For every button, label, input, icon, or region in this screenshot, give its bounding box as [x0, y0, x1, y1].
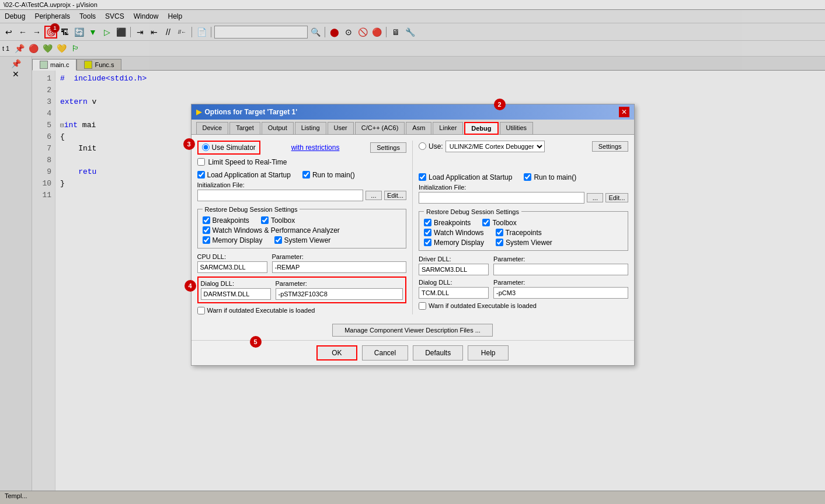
watch-windows-right-cb[interactable]: [424, 229, 431, 236]
restore-row3-left: Memory Display System Viewer: [203, 236, 402, 244]
memory-display-left-cb[interactable]: [203, 236, 210, 244]
limit-speed-checkbox[interactable]: [197, 158, 205, 166]
cpu-param-label: Parameter:: [272, 253, 304, 260]
system-viewer-right-label: System Viewer: [506, 239, 552, 247]
dialog-dll-input-right[interactable]: [419, 287, 489, 299]
memory-display-left: Memory Display: [203, 236, 263, 244]
dialog-tab-user[interactable]: User: [328, 122, 354, 134]
dialog-param-input-right[interactable]: [493, 287, 628, 299]
step3-badge: 3: [183, 138, 195, 150]
driver-dll-input[interactable]: [419, 264, 489, 275]
driver-dll-section: Driver DLL: Parameter:: [419, 256, 628, 275]
breakpoints-right-cb[interactable]: [424, 219, 431, 226]
toolbox-right-cb[interactable]: [482, 219, 490, 226]
driver-param-input[interactable]: [493, 264, 628, 275]
run-to-main-left-label: Run to main(): [312, 171, 355, 179]
system-viewer-right-cb[interactable]: [496, 239, 503, 246]
dialog-dll-input-left[interactable]: [201, 288, 271, 300]
system-viewer-right: System Viewer: [496, 239, 552, 247]
driver-dll-labels: Driver DLL: Parameter:: [419, 256, 628, 262]
restore-row3-right: Memory Display System Viewer: [424, 239, 623, 247]
dialog-tab-listing[interactable]: Listing: [295, 122, 326, 134]
cpu-dll-input[interactable]: [197, 261, 267, 273]
cpu-param-input[interactable]: [272, 261, 407, 273]
warn-left-cb[interactable]: [197, 307, 205, 314]
watch-windows-left-cb[interactable]: [203, 226, 210, 234]
init-browse-right[interactable]: ...: [587, 193, 603, 202]
ok-btn[interactable]: OK: [316, 345, 357, 360]
dialog-tab-debug[interactable]: Debug: [464, 122, 498, 135]
dialog-tab-linker[interactable]: Linker: [433, 122, 463, 134]
load-app-right: Load Application at Startup: [419, 173, 512, 181]
use-debugger-radio[interactable]: [419, 142, 426, 150]
driver-param-label: Parameter:: [493, 256, 525, 262]
simulator-row: 3 Use Simulator with restrictions Settin…: [197, 141, 407, 155]
load-app-left-label: Load Application at Startup: [207, 171, 291, 179]
breakpoints-left-label: Breakpoints: [213, 216, 249, 225]
load-app-right-cb[interactable]: [419, 173, 426, 181]
system-viewer-left-label: System Viewer: [284, 236, 331, 244]
init-file-input-left[interactable]: [197, 190, 363, 201]
system-viewer-left-cb[interactable]: [274, 236, 282, 244]
toolbox-left-cb[interactable]: [261, 216, 269, 224]
toolbox-left: Toolbox: [261, 216, 295, 225]
dialog-dll-label-right: Dialog DLL:: [419, 279, 489, 286]
init-edit-left[interactable]: Edit...: [384, 191, 406, 200]
warn-row-right: Warn if outdated Executable is loaded: [419, 302, 628, 310]
dialog-dll-section-right: Dialog DLL: Parameter:: [419, 279, 628, 299]
init-file-input-row-right: ... Edit...: [419, 192, 628, 204]
step2-badge: 2: [494, 99, 506, 110]
with-restrictions-link[interactable]: with restrictions: [291, 144, 340, 152]
dialog-tab-asm[interactable]: Asm: [406, 122, 431, 134]
cancel-btn[interactable]: Cancel: [362, 345, 408, 360]
memory-display-left-label: Memory Display: [213, 236, 263, 244]
defaults-btn[interactable]: Defaults: [413, 345, 463, 360]
dialog: 2 ▶ Options for Target 'Target 1' ✕ Devi…: [191, 104, 635, 366]
load-run-row-right: Load Application at Startup Run to main(…: [419, 173, 628, 181]
right-settings-btn[interactable]: Settings: [592, 141, 628, 152]
use-radio-group: Use: ULINK2/ME Cortex Debugger: [419, 141, 545, 152]
dialog-right-col: Use: ULINK2/ME Cortex Debugger Settings: [419, 141, 628, 314]
init-file-left: Initialization File: ... Edit...: [197, 181, 407, 201]
watch-windows-right: Watch Windows: [424, 229, 484, 237]
warn-row-left: Warn if outdated Executable is loaded: [197, 307, 407, 314]
dialog-tab-device[interactable]: Device: [196, 122, 229, 134]
dialog-dll-label-left: Dialog DLL:: [201, 280, 271, 287]
debugger-select[interactable]: ULINK2/ME Cortex Debugger: [445, 141, 545, 152]
init-browse-left[interactable]: ...: [365, 191, 382, 200]
use-debugger-row: Use: ULINK2/ME Cortex Debugger Settings: [419, 141, 628, 152]
dialog-tab-target[interactable]: Target: [229, 122, 260, 134]
use-simulator-radio[interactable]: [202, 144, 210, 151]
memory-display-right-cb[interactable]: [424, 239, 431, 246]
left-settings-btn[interactable]: Settings: [370, 142, 406, 153]
cpu-dll-labels: CPU DLL: Parameter:: [197, 253, 407, 260]
restore-row2-left: Watch Windows & Performance Analyzer: [203, 226, 402, 235]
limit-speed-label: Limit Speed to Real-Time: [208, 158, 287, 166]
toolbox-right: Toolbox: [482, 219, 516, 227]
cpu-dll-label: CPU DLL:: [197, 253, 267, 260]
dialog-left-col: 3 Use Simulator with restrictions Settin…: [197, 141, 413, 314]
dialog-tab-bar: Device Target Output Listing User C/C++ …: [192, 120, 634, 135]
init-file-input-right[interactable]: [419, 192, 584, 204]
help-btn[interactable]: Help: [468, 345, 509, 360]
use-simulator-label: Use Simulator: [212, 144, 256, 152]
dialog-close-btn[interactable]: ✕: [619, 107, 629, 117]
breakpoints-left-cb[interactable]: [203, 216, 210, 224]
tracepoints-right-cb[interactable]: [496, 229, 503, 236]
run-to-main-left-cb[interactable]: [302, 171, 310, 178]
toolbox-left-label: Toolbox: [271, 216, 295, 225]
run-to-main-right-cb[interactable]: [524, 173, 531, 181]
manage-component-btn[interactable]: Manage Component Viewer Description File…: [332, 324, 493, 337]
dialog-tab-output[interactable]: Output: [262, 122, 294, 134]
dialog-tab-utilities[interactable]: Utilities: [500, 122, 533, 134]
restore-row1-right: Breakpoints Toolbox: [424, 219, 623, 227]
dialog-tab-cc[interactable]: C/C++ (AC6): [355, 122, 405, 134]
init-edit-right[interactable]: Edit...: [605, 193, 628, 202]
init-file-right: Initialization File: ... Edit...: [419, 184, 628, 204]
dialog-body: 3 Use Simulator with restrictions Settin…: [192, 135, 634, 320]
restore-row2-right: Watch Windows Tracepoints: [424, 229, 623, 237]
load-app-left-cb[interactable]: [197, 171, 205, 178]
driver-dll-inputs: [419, 264, 628, 275]
warn-right-cb[interactable]: [419, 302, 426, 310]
dialog-param-input-left[interactable]: [276, 288, 403, 300]
